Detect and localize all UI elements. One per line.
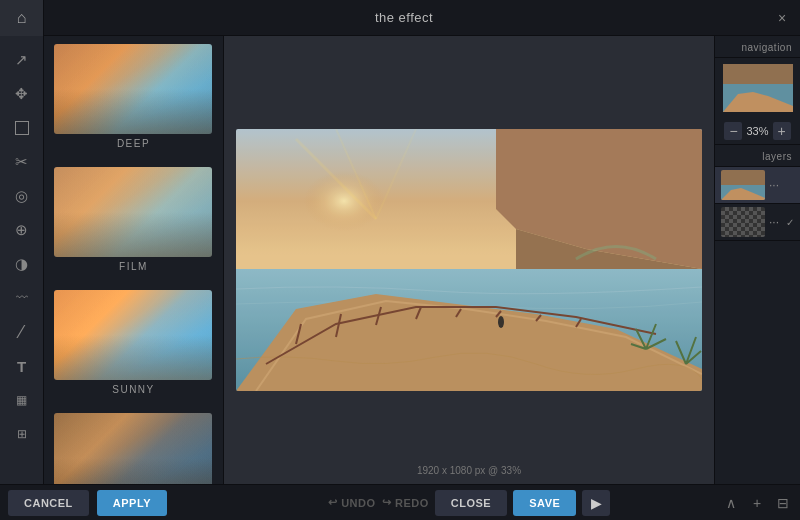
bottom-center-actions: ↩ UNDO ↪ REDO CLOSE SAVE ▶: [224, 490, 714, 516]
effect-thumb-gritty: [54, 413, 212, 484]
effect-preview-sunny: [54, 290, 212, 380]
effect-preview-gritty: [54, 413, 212, 484]
effect-thumb-deep: [54, 44, 212, 134]
text-tool-button[interactable]: T: [5, 350, 39, 382]
effect-label-film: FILM: [54, 257, 213, 278]
adjust-tool-button[interactable]: ◎: [5, 180, 39, 212]
effect-preview-film: [54, 167, 212, 257]
nav-up-button[interactable]: ∧: [720, 492, 742, 514]
close-button[interactable]: CLOSE: [435, 490, 507, 516]
heal-tool-button[interactable]: ∕: [5, 316, 39, 348]
thumb-overlay: [54, 44, 212, 134]
undo-icon: ↩: [328, 496, 338, 509]
nav-preview-thumb: [723, 64, 793, 112]
zoom-out-button[interactable]: −: [724, 122, 742, 140]
crop-icon: [15, 121, 29, 135]
undo-label: UNDO: [341, 497, 375, 509]
import-tool-button[interactable]: ↗: [5, 44, 39, 76]
layer-thumb-checkered: [721, 207, 765, 237]
thumb-overlay-film: [54, 167, 212, 257]
tone-icon: ◑: [15, 255, 28, 273]
zoom-in-button[interactable]: +: [773, 122, 791, 140]
adjust-icon: ◎: [15, 187, 28, 205]
import-icon: ↗: [15, 51, 28, 69]
effect-item-deep[interactable]: DEEP: [44, 36, 223, 159]
navigation-label: navigation: [715, 36, 800, 58]
undo-button[interactable]: ↩ UNDO: [328, 496, 376, 509]
thumb-overlay-sunny: [54, 290, 212, 380]
layer-item-checkered[interactable]: ··· ✓: [715, 204, 800, 241]
effect-label-deep: DEEP: [54, 134, 213, 155]
bottom-bar: CANCEL APPLY ↩ UNDO ↪ REDO CLOSE SAVE ▶ …: [0, 484, 800, 520]
right-panel: navigation − 33% + layers ···: [714, 36, 800, 484]
effect-label-sunny: SUNNY: [54, 380, 213, 401]
left-toolbar: ↗ ✥ ✂ ◎ ⊕ ◑ 〰 ∕ T ▦ ⊞: [0, 36, 44, 484]
grid-tool-button[interactable]: ▦: [5, 384, 39, 416]
warp-icon: 〰: [16, 291, 28, 305]
export-arrow-button[interactable]: ▶: [582, 490, 610, 516]
layer-dots-image: ···: [769, 178, 779, 192]
move-icon: ✥: [15, 85, 28, 103]
layer-item-image[interactable]: ···: [715, 167, 800, 204]
bottom-right-nav: ∧ + ⊟: [714, 492, 800, 514]
warp-tool-button[interactable]: 〰: [5, 282, 39, 314]
bottom-left-actions: CANCEL APPLY: [0, 490, 224, 516]
effect-thumb-film: [54, 167, 212, 257]
crop-tool-button[interactable]: [5, 112, 39, 144]
move-tool-button[interactable]: ✥: [5, 78, 39, 110]
checkered-pattern: [721, 207, 765, 237]
layers-tool-button[interactable]: ⊞: [5, 418, 39, 450]
fx-icon: ⊕: [15, 221, 28, 239]
cut-icon: ✂: [15, 153, 28, 171]
nav-add-button[interactable]: +: [746, 492, 768, 514]
redo-icon: ↪: [382, 496, 392, 509]
canvas-area: 1920 x 1080 px @ 33%: [224, 36, 714, 484]
effect-item-sunny[interactable]: SUNNY: [44, 282, 223, 405]
cancel-button[interactable]: CANCEL: [8, 490, 89, 516]
redo-label: REDO: [395, 497, 429, 509]
text-icon: T: [17, 358, 26, 375]
layer-dots-checkered: ···: [769, 215, 779, 229]
layers-label: layers: [715, 145, 800, 167]
redo-button[interactable]: ↪ REDO: [382, 496, 429, 509]
effect-item-gritty[interactable]: GRITTY: [44, 405, 223, 484]
zoom-value: 33%: [746, 125, 768, 137]
home-button[interactable]: ⌂: [0, 0, 44, 36]
effect-item-film[interactable]: FILM: [44, 159, 223, 282]
canvas-svg: [236, 129, 702, 391]
grid-icon: ▦: [16, 393, 27, 407]
cut-tool-button[interactable]: ✂: [5, 146, 39, 178]
layers-icon: ⊞: [17, 427, 27, 441]
save-button[interactable]: SAVE: [513, 490, 576, 516]
close-window-button[interactable]: ×: [764, 0, 800, 36]
zoom-controls: − 33% +: [715, 118, 800, 145]
top-bar: ⌂ the effect ×: [0, 0, 800, 36]
svg-rect-15: [236, 129, 702, 391]
canvas-image: [236, 129, 702, 391]
heal-icon: ∕: [20, 323, 23, 341]
export-arrow-icon: ▶: [591, 495, 602, 511]
window-title: the effect: [44, 10, 764, 25]
layer-check-icon: ✓: [786, 217, 794, 228]
apply-button[interactable]: APPLY: [97, 490, 167, 516]
fx-tool-button[interactable]: ⊕: [5, 214, 39, 246]
thumb-overlay-gritty: [54, 413, 212, 484]
effects-panel: DEEP FILM SUNNY GRITTY: [44, 36, 224, 484]
effect-preview-deep: [54, 44, 212, 134]
effect-thumb-sunny: [54, 290, 212, 380]
nav-layers-button[interactable]: ⊟: [772, 492, 794, 514]
main-area: ↗ ✥ ✂ ◎ ⊕ ◑ 〰 ∕ T ▦ ⊞: [0, 36, 800, 484]
canvas-size-label: 1920 x 1080 px @ 33%: [417, 465, 521, 476]
tone-tool-button[interactable]: ◑: [5, 248, 39, 280]
layer-thumb-image: [721, 170, 765, 200]
home-icon: ⌂: [17, 9, 27, 27]
